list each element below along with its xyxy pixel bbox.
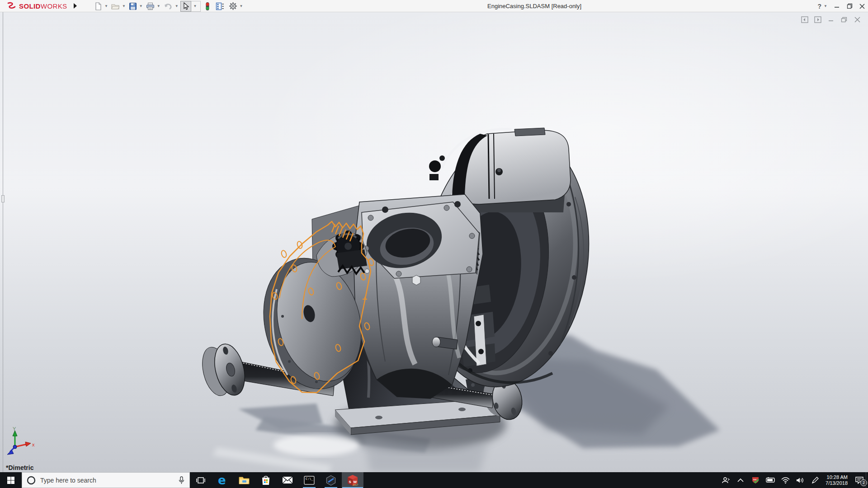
open-folder-icon [111, 2, 120, 10]
rebuild-traffic-light-icon [205, 2, 210, 11]
taskbar-clock[interactable]: 10:28 AM 7/13/2018 [826, 474, 848, 486]
help-dropdown-caret[interactable]: ▼ [824, 4, 827, 8]
wifi-icon[interactable] [781, 477, 790, 483]
rebuild-button[interactable] [203, 1, 212, 12]
battery-icon[interactable] [766, 477, 775, 483]
titlebar: SOLIDWORKS ▼ ▼ [0, 0, 868, 12]
taskbar-command-prompt-button[interactable]: C:\_ [298, 472, 320, 488]
solidworks-window: SOLIDWORKS ▼ ▼ [0, 0, 868, 488]
taskbar-search[interactable] [22, 472, 190, 488]
taskbar-file-explorer-button[interactable] [233, 472, 255, 488]
cad-viewer-hexagon-icon [326, 475, 336, 486]
orientation-triad: Y x [5, 425, 39, 458]
clock-date: 7/13/2018 [826, 480, 848, 486]
solidworks-logo: SOLIDWORKS [6, 1, 67, 11]
windows-taskbar: e [0, 472, 868, 488]
solidworks-2017-icon: S W 2017 [347, 474, 359, 486]
pen-icon[interactable] [811, 477, 820, 484]
menu-flyout-arrow[interactable] [71, 1, 79, 10]
mail-icon [282, 476, 293, 484]
close-button[interactable] [859, 3, 865, 9]
graphics-area[interactable]: Y x *Dimetric [0, 12, 868, 472]
task-view-button[interactable] [190, 472, 212, 488]
doc-minimize-icon [828, 17, 834, 22]
window-title: EngineCasing.SLDASM [Read-only] [487, 3, 581, 9]
volume-icon[interactable] [796, 477, 805, 483]
svg-text:C:\_: C:\_ [306, 477, 314, 481]
model-canvas[interactable] [0, 12, 868, 472]
close-icon [859, 4, 865, 9]
taskbar-solidworks-button[interactable]: S W 2017 [342, 472, 363, 488]
triad-x-label: x [32, 442, 35, 447]
taskbar-edge-button[interactable]: e [212, 472, 233, 488]
main-toolbar: ▼ ▼ ▼ [93, 0, 245, 12]
edge-icon: e [217, 474, 228, 486]
cortana-icon [27, 476, 36, 485]
windows-logo-icon [7, 476, 15, 484]
brand-text: SOLIDWORKS [19, 2, 67, 10]
print-dropdown-caret[interactable]: ▼ [157, 4, 160, 8]
minimize-icon [834, 4, 840, 9]
svg-text:e: e [218, 474, 226, 486]
store-icon [261, 475, 271, 485]
tile-right-icon [814, 16, 821, 23]
doc-close-icon [854, 17, 860, 23]
doc-restore-icon [841, 17, 847, 23]
options-dropdown-caret[interactable]: ▼ [240, 4, 243, 8]
doc-minimize-button[interactable] [827, 16, 835, 23]
start-button[interactable] [0, 472, 22, 488]
clock-time: 10:28 AM [826, 474, 848, 480]
print-button[interactable] [145, 1, 156, 12]
doc-close-button[interactable] [854, 16, 861, 23]
hidden-icons-chevron[interactable] [736, 478, 745, 482]
taskbar-store-button[interactable] [255, 472, 277, 488]
microphone-icon[interactable] [178, 476, 185, 485]
taskbar-app-icons: e [190, 472, 363, 488]
file-properties-button[interactable] [214, 1, 226, 12]
show-desktop-button[interactable] [866, 472, 868, 488]
action-center-button[interactable]: 2 [854, 474, 865, 486]
options-button[interactable] [227, 1, 239, 12]
svg-text:sw: sw [753, 478, 757, 481]
view-orientation-label: *Dimetric [6, 464, 33, 471]
open-dropdown-caret[interactable]: ▼ [122, 4, 126, 8]
tile-left-button[interactable] [801, 16, 808, 23]
restore-button[interactable] [846, 3, 853, 9]
taskbar-mail-button[interactable] [277, 472, 298, 488]
file-properties-icon [216, 2, 224, 10]
open-button[interactable] [110, 1, 121, 12]
minimize-button[interactable] [834, 3, 840, 9]
doc-restore-button[interactable] [840, 16, 848, 23]
save-icon [129, 2, 137, 10]
task-view-icon [196, 476, 205, 484]
undo-button[interactable] [162, 1, 174, 12]
tile-left-icon [801, 16, 808, 23]
undo-icon [164, 2, 173, 10]
print-icon [146, 2, 155, 10]
system-tray: sw 10:28 AM 7/13/2018 [721, 472, 865, 488]
select-tool-button[interactable] [180, 1, 191, 12]
svg-text:S: S [349, 480, 352, 484]
undo-dropdown-caret[interactable]: ▼ [175, 4, 179, 8]
taskbar-cad-viewer-button[interactable] [320, 472, 342, 488]
tile-right-button[interactable] [814, 16, 821, 23]
select-cursor-icon [182, 2, 190, 10]
file-explorer-icon [239, 476, 250, 485]
svg-text:2017: 2017 [353, 483, 358, 486]
command-prompt-icon: C:\_ [304, 476, 315, 485]
solidworks-monitor-icon[interactable]: sw [751, 476, 760, 484]
search-input[interactable] [40, 477, 174, 484]
new-document-button[interactable] [93, 1, 104, 12]
new-dropdown-caret[interactable]: ▼ [104, 4, 108, 8]
select-dropdown-caret[interactable]: ▼ [191, 1, 201, 12]
people-icon[interactable] [721, 477, 730, 484]
help-button[interactable]: ? [818, 3, 822, 10]
ds-logo-icon [6, 2, 17, 11]
save-button[interactable] [127, 1, 138, 12]
document-window-controls [801, 16, 861, 23]
save-dropdown-caret[interactable]: ▼ [139, 4, 143, 8]
feature-panel-splitter[interactable] [3, 12, 3, 472]
restore-icon [847, 3, 853, 9]
gear-icon [229, 2, 237, 10]
panel-expand-handle[interactable] [1, 195, 5, 202]
